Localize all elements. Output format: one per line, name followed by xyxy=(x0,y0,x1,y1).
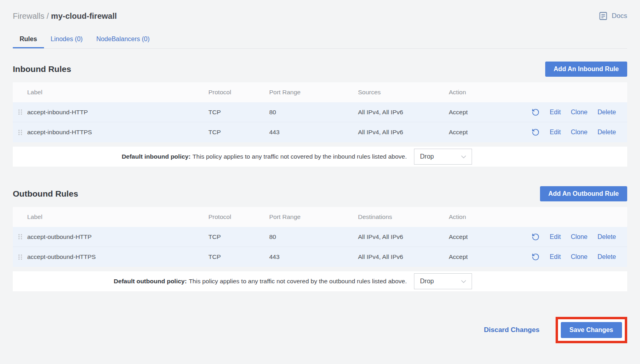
tab-bar: Rules Linodes (0) NodeBalancers (0) xyxy=(13,31,627,49)
inbound-policy-text: Default inbound policy:This policy appli… xyxy=(122,153,407,160)
inbound-title: Inbound Rules xyxy=(13,64,71,74)
chevron-down-icon xyxy=(459,152,468,161)
outbound-title: Outbound Rules xyxy=(13,189,78,199)
docs-link[interactable]: Docs xyxy=(598,11,627,21)
table-row: accept-inbound-HTTP TCP 80 All IPv4, All… xyxy=(13,102,627,122)
undo-button[interactable] xyxy=(532,108,540,116)
table-row: accept-inbound-HTTPS TCP 443 All IPv4, A… xyxy=(13,122,627,142)
tab-nodebalancers[interactable]: NodeBalancers (0) xyxy=(90,31,156,48)
breadcrumb-separator: / xyxy=(46,12,49,20)
breadcrumb: Firewalls / my-cloud-firewall xyxy=(13,12,117,21)
rule-sources: All IPv4, All IPv6 xyxy=(358,109,449,116)
rule-port-range: 80 xyxy=(269,233,358,241)
drag-dots-icon xyxy=(18,109,22,115)
column-header-port-range: Port Range xyxy=(269,89,358,96)
edit-link[interactable]: Edit xyxy=(550,109,561,116)
rule-label: accept-outbound-HTTP xyxy=(27,233,208,241)
outbound-policy-row: Default outbound policy:This policy appl… xyxy=(13,271,627,291)
undo-button[interactable] xyxy=(532,128,540,136)
rule-port-range: 80 xyxy=(269,109,358,116)
column-header-label: Label xyxy=(27,89,208,96)
footer-actions: Discard Changes Save Changes xyxy=(13,317,627,343)
clone-link[interactable]: Clone xyxy=(571,233,588,241)
outbound-policy-value: Drop xyxy=(420,278,434,285)
inbound-policy-description: This policy applies to any traffic not c… xyxy=(192,153,407,160)
inbound-policy-value: Drop xyxy=(420,153,434,160)
rule-action: Accept xyxy=(449,109,509,116)
chevron-down-icon xyxy=(459,277,468,286)
drag-dots-icon xyxy=(18,254,22,260)
inbound-policy-select[interactable]: Drop xyxy=(414,149,472,165)
drag-dots-icon xyxy=(18,129,22,135)
column-header-label: Label xyxy=(27,213,208,221)
column-header-protocol: Protocol xyxy=(208,89,269,96)
rule-port-range: 443 xyxy=(269,253,358,261)
rule-sources: All IPv4, All IPv6 xyxy=(358,129,449,136)
clone-link[interactable]: Clone xyxy=(571,129,588,136)
drag-handle[interactable] xyxy=(13,254,27,260)
edit-link[interactable]: Edit xyxy=(550,253,561,261)
add-outbound-rule-button[interactable]: Add An Outbound Rule xyxy=(540,186,627,201)
drag-handle[interactable] xyxy=(13,234,27,240)
outbound-section-header: Outbound Rules Add An Outbound Rule xyxy=(13,186,627,201)
column-header-action: Action xyxy=(449,89,509,96)
rule-destinations: All IPv4, All IPv6 xyxy=(358,253,449,261)
clone-link[interactable]: Clone xyxy=(571,109,588,116)
outbound-policy-description: This policy applies to any traffic not c… xyxy=(189,278,407,284)
rule-protocol: TCP xyxy=(208,233,269,241)
column-header-action: Action xyxy=(449,213,509,221)
clone-link[interactable]: Clone xyxy=(571,253,588,261)
rule-action: Accept xyxy=(449,253,509,261)
row-actions: Edit Clone Delete xyxy=(509,128,627,136)
docs-icon xyxy=(598,11,608,21)
outbound-policy-text: Default outbound policy:This policy appl… xyxy=(114,278,407,285)
row-actions: Edit Clone Delete xyxy=(509,233,627,241)
rule-label: accept-inbound-HTTPS xyxy=(27,129,208,136)
rule-label: accept-inbound-HTTP xyxy=(27,109,208,116)
undo-icon xyxy=(532,108,540,116)
breadcrumb-current: my-cloud-firewall xyxy=(51,12,117,20)
outbound-policy-select[interactable]: Drop xyxy=(414,273,472,289)
delete-link[interactable]: Delete xyxy=(598,109,616,116)
undo-button[interactable] xyxy=(532,253,540,261)
outbound-table-header: Label Protocol Port Range Destinations A… xyxy=(13,207,627,227)
drag-dots-icon xyxy=(18,234,22,240)
firewall-detail-page: Firewalls / my-cloud-firewall Docs Rules… xyxy=(0,0,640,343)
rule-protocol: TCP xyxy=(208,253,269,261)
undo-button[interactable] xyxy=(532,233,540,241)
drag-handle[interactable] xyxy=(13,129,27,135)
delete-link[interactable]: Delete xyxy=(598,253,616,261)
row-actions: Edit Clone Delete xyxy=(509,253,627,261)
inbound-rules-table: Label Protocol Port Range Sources Action… xyxy=(13,82,627,142)
column-header-destinations: Destinations xyxy=(358,213,449,221)
table-row: accept-outbound-HTTPS TCP 443 All IPv4, … xyxy=(13,247,627,267)
rule-action: Accept xyxy=(449,233,509,241)
add-inbound-rule-button[interactable]: Add An Inbound Rule xyxy=(545,62,627,77)
rule-action: Accept xyxy=(449,129,509,136)
outbound-policy-label: Default outbound policy: xyxy=(114,278,187,284)
tab-rules[interactable]: Rules xyxy=(13,31,44,48)
undo-icon xyxy=(532,233,540,241)
drag-handle[interactable] xyxy=(13,109,27,115)
column-header-port-range: Port Range xyxy=(269,213,358,221)
delete-link[interactable]: Delete xyxy=(598,129,616,136)
rule-destinations: All IPv4, All IPv6 xyxy=(358,233,449,241)
edit-link[interactable]: Edit xyxy=(550,129,561,136)
delete-link[interactable]: Delete xyxy=(598,233,616,241)
breadcrumb-section[interactable]: Firewalls xyxy=(13,12,44,20)
column-header-sources: Sources xyxy=(358,89,449,96)
rule-port-range: 443 xyxy=(269,129,358,136)
rule-protocol: TCP xyxy=(208,109,269,116)
inbound-table-header: Label Protocol Port Range Sources Action xyxy=(13,82,627,102)
undo-icon xyxy=(532,253,540,261)
save-changes-button[interactable]: Save Changes xyxy=(561,322,622,338)
edit-link[interactable]: Edit xyxy=(550,233,561,241)
discard-changes-link[interactable]: Discard Changes xyxy=(484,326,540,334)
docs-label: Docs xyxy=(612,12,627,20)
undo-icon xyxy=(532,128,540,136)
outbound-rules-table: Label Protocol Port Range Destinations A… xyxy=(13,207,627,267)
tab-linodes[interactable]: Linodes (0) xyxy=(44,31,90,48)
inbound-policy-label: Default inbound policy: xyxy=(122,153,190,160)
save-changes-highlight: Save Changes xyxy=(556,317,627,343)
inbound-section-header: Inbound Rules Add An Inbound Rule xyxy=(13,62,627,77)
